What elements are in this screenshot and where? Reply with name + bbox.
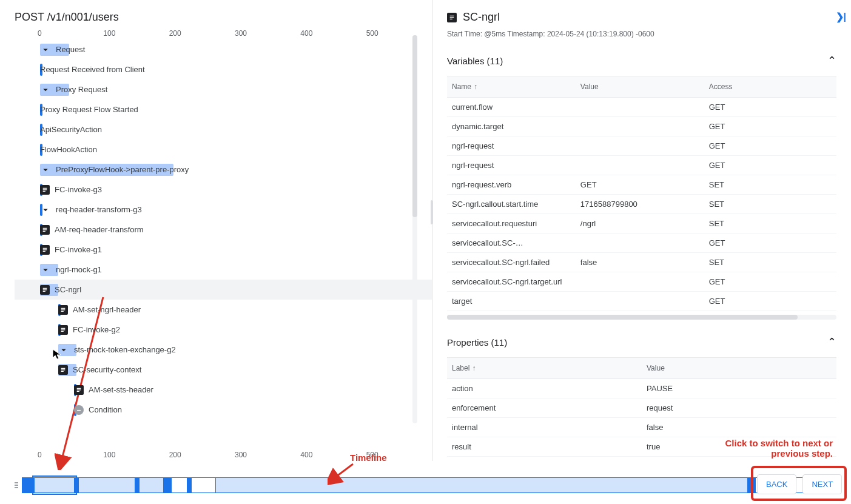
scrollbar-thumb[interactable] [412, 35, 417, 217]
gantt-row-label: Proxy Request Flow Started [40, 105, 138, 114]
policy-icon [447, 13, 457, 22]
cell-value [576, 292, 704, 311]
gantt-row[interactable]: SC-security-context [15, 360, 432, 380]
gantt-row-label: Condition [89, 405, 122, 414]
gantt-row-label: AM-req-header-transform [55, 225, 144, 234]
timeline-track[interactable] [22, 477, 829, 493]
cell-value [576, 272, 704, 292]
resize-handle[interactable] [431, 200, 433, 224]
section-title: Variables (11) [447, 56, 503, 66]
policy-icon [74, 385, 84, 395]
timeline-handle-left[interactable] [15, 477, 18, 493]
col-label[interactable]: Label↑ [447, 358, 642, 379]
gantt-row[interactable]: Request [15, 39, 432, 59]
cell-name: SC-ngrl.callout.start.time [447, 195, 576, 214]
gantt-row-label: Request Received from Client [40, 65, 145, 74]
chevron-down-icon[interactable] [40, 204, 51, 215]
gantt-row[interactable]: AM-req-header-transform [15, 220, 432, 240]
gantt-row[interactable]: PreProxyFlowHook->parent-pre-proxy [15, 160, 432, 180]
table-row[interactable]: ngrl-request.verbGETSET [447, 175, 836, 195]
annotation-callout-text: Click to switch to next or previous step… [725, 438, 833, 459]
table-row[interactable]: ngrl-requestGET [447, 156, 836, 175]
back-button[interactable]: BACK [757, 474, 796, 494]
gantt-row[interactable]: –Condition [15, 400, 432, 420]
gantt-row-label: sts-mock-token-exchange-g2 [74, 345, 176, 354]
table-row[interactable]: actionPAUSE [447, 379, 836, 398]
scrollbar-vertical[interactable] [412, 35, 417, 423]
axis-tick: 100 [103, 29, 169, 38]
skip-next-icon[interactable]: ❯| [836, 11, 846, 22]
chevron-down-icon[interactable] [40, 44, 51, 55]
table-row[interactable]: servicecallout.requesturi/ngrlSET [447, 214, 836, 234]
table-row[interactable]: internalfalse [447, 418, 836, 437]
axis-tick: 500 [366, 29, 432, 38]
table-row[interactable]: enforcementrequest [447, 398, 836, 418]
policy-icon [40, 225, 50, 235]
cell-value [576, 234, 704, 253]
gantt-row-label: Request [56, 45, 85, 54]
scrollbar-thumb[interactable] [447, 315, 798, 320]
sort-asc-icon: ↑ [472, 364, 476, 372]
cell-access: SET [704, 253, 836, 272]
table-row[interactable]: dynamic.targetGET [447, 117, 836, 136]
policy-icon [58, 305, 68, 315]
chevron-down-icon[interactable] [40, 84, 51, 95]
table-row[interactable]: ngrl-requestGET [447, 136, 836, 156]
properties-section-header[interactable]: Properties (11) ⌃ [432, 327, 851, 357]
gantt-row[interactable]: Proxy Request [15, 79, 432, 99]
cell-value: 1716588799800 [576, 195, 704, 214]
col-access[interactable]: Access [704, 76, 836, 98]
gantt-row-label: Proxy Request [56, 85, 107, 94]
table-row[interactable]: targetGET [447, 292, 836, 311]
gantt-row-label: req-header-transform-g3 [56, 205, 142, 214]
timeline[interactable] [0, 466, 851, 504]
col-name[interactable]: Name↑ [447, 76, 576, 98]
cell-value [576, 98, 704, 117]
gantt-row-label: ngrl-mock-g1 [56, 265, 102, 274]
gantt-row[interactable]: FC-invoke-g3 [15, 180, 432, 200]
table-row[interactable]: servicecallout.SC-…GET [447, 234, 836, 253]
axis-tick: 0 [38, 29, 103, 38]
gantt-row[interactable]: AM-set-ngrl-header [15, 300, 432, 320]
gantt-row-label: FC-invoke-g2 [73, 325, 120, 334]
chevron-up-icon: ⌃ [827, 54, 836, 67]
page-title: POST /v1/n001/users [0, 0, 432, 27]
col-value[interactable]: Value [642, 358, 836, 379]
policy-icon [58, 365, 68, 375]
axis-tick: 0 [38, 451, 103, 459]
axis-tick: 400 [300, 29, 366, 38]
chevron-down-icon[interactable] [40, 264, 51, 275]
table-row[interactable]: servicecallout.SC-ngrl.failedfalseSET [447, 253, 836, 272]
cell-label: enforcement [447, 398, 642, 418]
next-button[interactable]: NEXT [802, 474, 842, 494]
policy-icon [40, 285, 50, 295]
policy-icon [40, 245, 50, 255]
scrollbar-horizontal[interactable] [447, 315, 836, 320]
gantt-row[interactable]: Proxy Request Flow Started [15, 99, 432, 119]
variables-section-header[interactable]: Variables (11) ⌃ [432, 45, 851, 76]
table-row[interactable]: current.flowGET [447, 98, 836, 117]
cell-value: GET [576, 175, 704, 195]
col-value[interactable]: Value [576, 76, 704, 98]
section-title: Properties (11) [447, 337, 507, 348]
gantt-row[interactable]: sts-mock-token-exchange-g2 [15, 340, 432, 360]
cell-access: GET [704, 234, 836, 253]
gantt-chart[interactable]: RequestRequest Received from ClientProxy… [0, 39, 432, 449]
table-row[interactable]: SC-ngrl.callout.start.time1716588799800S… [447, 195, 836, 214]
cell-value [576, 117, 704, 136]
cell-name: servicecallout.requesturi [447, 214, 576, 234]
gantt-row[interactable]: FlowHookAction [15, 139, 432, 160]
chevron-down-icon[interactable] [58, 344, 69, 355]
gantt-row[interactable]: ApiSecurityAction [15, 119, 432, 139]
cell-value: /ngrl [576, 214, 704, 234]
gantt-row[interactable]: req-header-transform-g3 [15, 200, 432, 220]
gantt-row[interactable]: SC-ngrl [15, 280, 432, 300]
gantt-row[interactable]: FC-invoke-g1 [15, 240, 432, 260]
chevron-down-icon[interactable] [40, 164, 51, 175]
gantt-row[interactable]: FC-invoke-g2 [15, 320, 432, 340]
cell-name: servicecallout.SC-… [447, 234, 576, 253]
gantt-row[interactable]: ngrl-mock-g1 [15, 260, 432, 280]
gantt-row[interactable]: AM-set-sts-header [15, 380, 432, 400]
gantt-row[interactable]: Request Received from Client [15, 59, 432, 79]
table-row[interactable]: servicecallout.SC-ngrl.target.urlGET [447, 272, 836, 292]
